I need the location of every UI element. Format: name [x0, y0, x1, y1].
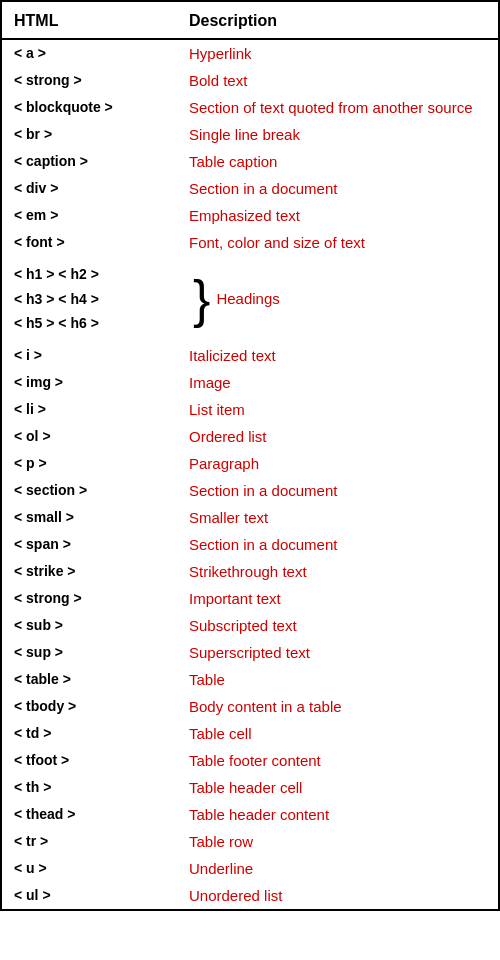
html-tag-cell: < br >	[2, 121, 177, 148]
html-tag-cell: < div >	[2, 175, 177, 202]
desc-cell: Section in a document	[177, 477, 498, 504]
html-tag-cell: < li >	[2, 396, 177, 423]
desc-cell: Section of text quoted from another sour…	[177, 94, 498, 121]
html-tag-cell: < em >	[2, 202, 177, 229]
table-row: < p >Paragraph	[2, 450, 498, 477]
html-tag-cell: < section >	[2, 477, 177, 504]
col-html-header: HTML	[2, 2, 177, 39]
table-row: < section >Section in a document	[2, 477, 498, 504]
desc-cell: Table header content	[177, 801, 498, 828]
desc-cell: Single line break	[177, 121, 498, 148]
desc-cell: Section in a document	[177, 531, 498, 558]
table-row: < h1 > < h2 >< h3 > < h4 >< h5 > < h6 >}…	[2, 256, 498, 342]
html-tag-cell: < td >	[2, 720, 177, 747]
html-tag-cell: < caption >	[2, 148, 177, 175]
desc-cell: Table cell	[177, 720, 498, 747]
desc-cell: Body content in a table	[177, 693, 498, 720]
desc-cell: Image	[177, 369, 498, 396]
table-row: < blockquote >Section of text quoted fro…	[2, 94, 498, 121]
headings-desc-text: Headings	[216, 290, 279, 307]
table-row: < li >List item	[2, 396, 498, 423]
table-header-row: HTML Description	[2, 2, 498, 39]
table-row: < thead >Table header content	[2, 801, 498, 828]
table-row: < tbody >Body content in a table	[2, 693, 498, 720]
table-row: < img >Image	[2, 369, 498, 396]
desc-cell: List item	[177, 396, 498, 423]
html-tag-cell: < strike >	[2, 558, 177, 585]
table-row: < table >Table	[2, 666, 498, 693]
html-tag-cell: < th >	[2, 774, 177, 801]
desc-cell: Italicized text	[177, 342, 498, 369]
table-row: < tfoot >Table footer content	[2, 747, 498, 774]
desc-cell: Strikethrough text	[177, 558, 498, 585]
html-tag-cell: < ul >	[2, 882, 177, 909]
html-tag-cell: < font >	[2, 229, 177, 256]
desc-cell: Smaller text	[177, 504, 498, 531]
html-tag-cell: < u >	[2, 855, 177, 882]
col-desc-header: Description	[177, 2, 498, 39]
html-tag-cell: < tfoot >	[2, 747, 177, 774]
table-row: < div >Section in a document	[2, 175, 498, 202]
table-row: < em >Emphasized text	[2, 202, 498, 229]
table-row: < tr >Table row	[2, 828, 498, 855]
desc-cell: Bold text	[177, 67, 498, 94]
html-tag-cell: < ol >	[2, 423, 177, 450]
table-row: < caption >Table caption	[2, 148, 498, 175]
table-row: < font >Font, color and size of text	[2, 229, 498, 256]
desc-cell: Unordered list	[177, 882, 498, 909]
desc-cell: Table caption	[177, 148, 498, 175]
table-row: < small >Smaller text	[2, 504, 498, 531]
table-row: < sup >Superscripted text	[2, 639, 498, 666]
table-row: < th >Table header cell	[2, 774, 498, 801]
html-tag-cell: < thead >	[2, 801, 177, 828]
desc-cell: Table header cell	[177, 774, 498, 801]
html-tag-cell: < p >	[2, 450, 177, 477]
heading-tag-line: < h3 > < h4 >	[14, 287, 165, 312]
desc-cell: Ordered list	[177, 423, 498, 450]
main-table-container: HTML Description < a >Hyperlink< strong …	[0, 0, 500, 911]
table-row: < strong >Important text	[2, 585, 498, 612]
table-row: < i >Italicized text	[2, 342, 498, 369]
table-row: < ol >Ordered list	[2, 423, 498, 450]
desc-cell: Paragraph	[177, 450, 498, 477]
html-tag-cell: < table >	[2, 666, 177, 693]
html-tag-cell: < sup >	[2, 639, 177, 666]
desc-cell: Table	[177, 666, 498, 693]
table-row: < td >Table cell	[2, 720, 498, 747]
desc-cell: Section in a document	[177, 175, 498, 202]
heading-tag-line: < h5 > < h6 >	[14, 311, 165, 336]
table-row: < br >Single line break	[2, 121, 498, 148]
desc-cell: Subscripted text	[177, 612, 498, 639]
html-tag-cell: < sub >	[2, 612, 177, 639]
table-row: < strong >Bold text	[2, 67, 498, 94]
html-tag-cell: < a >	[2, 39, 177, 67]
table-row: < span >Section in a document	[2, 531, 498, 558]
html-tag-cell: < tbody >	[2, 693, 177, 720]
html-tag-cell: < small >	[2, 504, 177, 531]
desc-cell: Important text	[177, 585, 498, 612]
table-row: < u >Underline	[2, 855, 498, 882]
html-tag-cell: < img >	[2, 369, 177, 396]
html-tag-cell: < tr >	[2, 828, 177, 855]
desc-cell: Font, color and size of text	[177, 229, 498, 256]
table-row: < ul >Unordered list	[2, 882, 498, 909]
html-tag-cell: < strong >	[2, 585, 177, 612]
html-tag-cell: < blockquote >	[2, 94, 177, 121]
table-row: < a >Hyperlink	[2, 39, 498, 67]
desc-cell: Underline	[177, 855, 498, 882]
html-tag-cell: < h1 > < h2 >< h3 > < h4 >< h5 > < h6 >	[2, 256, 177, 342]
desc-cell: Table footer content	[177, 747, 498, 774]
heading-tag-line: < h1 > < h2 >	[14, 262, 165, 287]
desc-cell: Superscripted text	[177, 639, 498, 666]
desc-cell: Emphasized text	[177, 202, 498, 229]
desc-cell: }Headings	[177, 256, 498, 342]
html-tag-cell: < span >	[2, 531, 177, 558]
brace-icon: }	[193, 273, 210, 325]
html-tag-cell: < i >	[2, 342, 177, 369]
desc-cell: Hyperlink	[177, 39, 498, 67]
desc-cell: Table row	[177, 828, 498, 855]
table-row: < strike >Strikethrough text	[2, 558, 498, 585]
table-row: < sub >Subscripted text	[2, 612, 498, 639]
html-tag-cell: < strong >	[2, 67, 177, 94]
